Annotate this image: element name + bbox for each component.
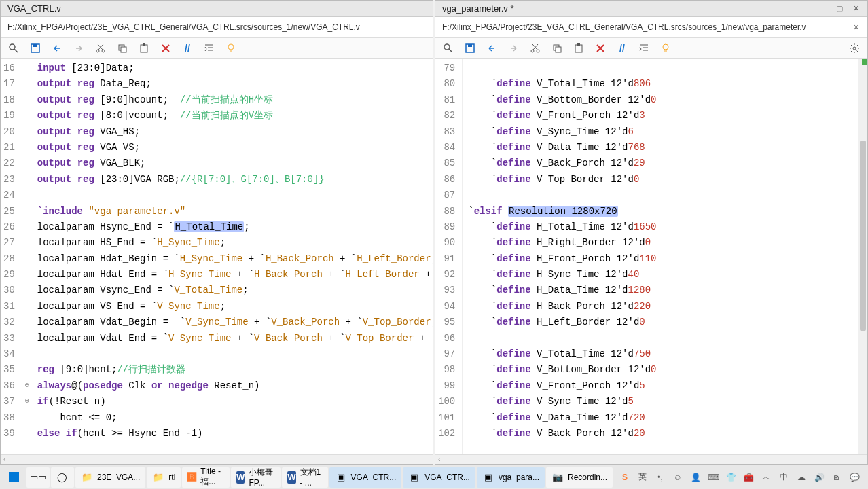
tray-battery-icon[interactable]: 🗈 — [831, 472, 842, 483]
redo-icon[interactable] — [507, 42, 520, 54]
scroll-left-icon[interactable]: ‹ — [3, 456, 5, 463]
paste-icon[interactable] — [573, 42, 585, 54]
svg-point-4 — [96, 50, 99, 52]
code-area-right[interactable]: 7980818283848586878889909192939495969798… — [435, 59, 867, 454]
pathbar-left: F:/Xilinx_FPGA/Project/23E_VGA_CTRL_Gene… — [1, 17, 433, 38]
tray-ime-icon[interactable]: 英 — [637, 472, 648, 483]
svg-point-13 — [228, 44, 234, 50]
bulb-icon[interactable] — [225, 42, 237, 54]
taskbar-item[interactable]: 📷Recordin... — [546, 467, 613, 488]
indent-icon[interactable] — [638, 42, 650, 54]
tray-toolbox-icon[interactable]: 🧰 — [743, 472, 754, 483]
paste-icon[interactable] — [138, 42, 150, 54]
cut-icon[interactable] — [529, 42, 541, 54]
taskbar-item-label: rtl — [168, 473, 175, 482]
gutter: 1617181920212223242526272829303132333435… — [1, 59, 22, 454]
taskbar-app-icon: W — [236, 471, 245, 484]
scroll-left-icon[interactable]: ‹ — [438, 456, 440, 463]
save-icon[interactable] — [464, 42, 476, 54]
taskbar-item-label: Recordin... — [568, 473, 607, 482]
tray-sogou-icon[interactable]: S — [619, 472, 630, 483]
task-view-button[interactable]: ▭▭ — [26, 467, 50, 488]
code-area-left[interactable]: 1617181920212223242526272829303132333435… — [1, 59, 433, 454]
tray-chevron-up-icon[interactable]: ︿ — [761, 472, 772, 483]
svg-point-5 — [102, 50, 105, 52]
toolbar-left: // — [1, 38, 433, 59]
taskbar-item[interactable]: ▣vga_para... — [477, 467, 545, 488]
svg-point-19 — [531, 50, 534, 52]
taskbar: ▭▭ ◯📁23E_VGA...📁rtl🅱Title - 福...W小梅哥FP..… — [0, 465, 868, 489]
marker-icon — [862, 59, 867, 65]
indent-icon[interactable] — [203, 42, 215, 54]
tray-person-icon[interactable]: 👤 — [690, 472, 701, 483]
undo-icon[interactable] — [486, 42, 498, 54]
copy-icon[interactable] — [116, 42, 128, 54]
code-lines[interactable]: input [23:0]Data;output reg Data_Req;out… — [32, 59, 433, 454]
search-icon[interactable] — [7, 42, 20, 54]
svg-line-1 — [14, 49, 18, 52]
taskbar-app-icon: ◯ — [56, 471, 69, 484]
svg-rect-3 — [33, 44, 37, 47]
fold-column[interactable]: ⊖⊖ — [22, 59, 32, 454]
tab-title: VGA_CTRL.v — [7, 3, 61, 14]
taskbar-item[interactable]: W小梅哥FP... — [231, 467, 281, 488]
hscrollbar[interactable]: ‹ — [1, 454, 433, 464]
tray-volume-icon[interactable]: 🔊 — [814, 472, 825, 483]
save-icon[interactable] — [29, 42, 41, 54]
scroll-thumb[interactable] — [860, 141, 866, 331]
svg-rect-7 — [121, 47, 126, 52]
taskbar-app-icon: 📷 — [551, 471, 564, 484]
hscrollbar[interactable]: ‹ — [435, 454, 867, 464]
taskbar-item-label: Title - 福... — [200, 467, 224, 488]
gear-icon[interactable] — [848, 42, 861, 54]
taskbar-app-icon: ▣ — [408, 471, 420, 484]
taskbar-item[interactable]: 📁rtl — [147, 467, 181, 488]
maximize-icon[interactable]: ▢ — [835, 4, 844, 14]
start-button[interactable] — [3, 467, 25, 488]
taskbar-app-icon: 📁 — [81, 471, 93, 484]
redo-icon[interactable] — [73, 42, 85, 54]
tray-punct-icon[interactable]: •, — [655, 472, 666, 483]
tray-skin-icon[interactable]: 👕 — [725, 472, 736, 483]
taskbar-item[interactable]: 🅱Title - 福... — [182, 467, 230, 488]
svg-rect-18 — [468, 44, 472, 47]
svg-rect-22 — [556, 47, 561, 52]
tray-lang-icon[interactable]: 中 — [778, 472, 789, 483]
file-path: F:/Xilinx_FPGA/Project/23E_VGA_CTRL_Gene… — [442, 22, 806, 32]
undo-icon[interactable] — [51, 42, 63, 54]
delete-icon[interactable] — [594, 42, 607, 54]
vscrollbar[interactable] — [858, 59, 867, 454]
bulb-icon[interactable] — [659, 42, 672, 54]
tray-emoji-icon[interactable]: ☺ — [672, 472, 683, 483]
taskbar-item[interactable]: 📁23E_VGA... — [75, 467, 145, 488]
delete-icon[interactable] — [160, 42, 172, 54]
taskbar-app-icon: ▣ — [335, 471, 347, 484]
tray-cloud-icon[interactable]: ☁ — [796, 472, 807, 483]
gutter: 7980818283848586878889909192939495969798… — [435, 59, 463, 454]
svg-point-15 — [444, 44, 450, 50]
svg-point-30 — [853, 47, 856, 50]
editor-pane-right: vga_parameter.v * — ▢ ✕ F:/Xilinx_FPGA/P… — [435, 0, 868, 465]
code-lines[interactable]: `define V_Total_Time 12'd806 `define V_B… — [463, 59, 858, 454]
search-icon[interactable] — [442, 42, 454, 54]
comment-icon[interactable]: // — [616, 42, 628, 54]
panel-close-icon[interactable]: ✕ — [851, 22, 861, 32]
svg-point-28 — [663, 44, 668, 50]
svg-point-0 — [10, 44, 15, 50]
copy-icon[interactable] — [551, 42, 563, 54]
tray-keyboard-icon[interactable]: ⌨ — [708, 472, 719, 483]
cut-icon[interactable] — [94, 42, 107, 54]
taskbar-item[interactable]: ◯ — [51, 467, 74, 488]
taskbar-item[interactable]: ▣VGA_CTR... — [329, 467, 402, 488]
taskbar-item-label: 23E_VGA... — [97, 473, 140, 482]
taskbar-item[interactable]: ▣VGA_CTR... — [403, 467, 475, 488]
close-icon[interactable]: ✕ — [851, 4, 861, 14]
taskbar-app-icon: ▣ — [482, 471, 494, 484]
taskbar-item[interactable]: W文档1 - ... — [282, 467, 327, 488]
taskview-icon: ▭▭ — [32, 471, 44, 484]
minimize-icon[interactable]: — — [818, 4, 828, 14]
titlebar-right: vga_parameter.v * — ▢ ✕ — [435, 1, 867, 17]
svg-line-16 — [449, 49, 452, 52]
tray-notification-icon[interactable]: 💬 — [849, 472, 860, 483]
comment-icon[interactable]: // — [181, 42, 194, 54]
